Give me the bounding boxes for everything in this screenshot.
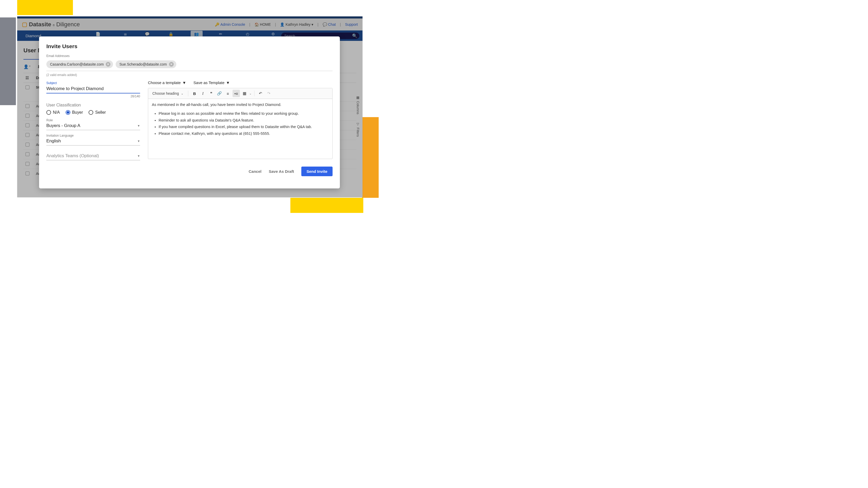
chevron-down-icon: ▼ — [137, 124, 140, 127]
radio-icon — [89, 110, 93, 115]
bullet-item: If you have compiled questions in Excel,… — [159, 124, 329, 130]
chevron-down-icon: ▼ — [137, 139, 140, 142]
bullet-list-button[interactable]: •≡ — [232, 90, 240, 97]
invite-users-modal: Invite Users Email Addresses Casandra.Ca… — [39, 36, 340, 189]
italic-button[interactable]: I — [199, 90, 207, 97]
modal-title: Invite Users — [46, 43, 333, 50]
cancel-button[interactable]: Cancel — [249, 169, 261, 173]
save-as-template-dropdown[interactable]: Save as Template ▼ — [193, 80, 230, 85]
template-controls: Choose a template ▼ Save as Template ▼ — [148, 80, 333, 85]
radio-icon — [66, 110, 70, 115]
bullet-item: Reminder to ask all questions via Datasi… — [159, 118, 329, 123]
decor-yellow-top — [17, 0, 73, 15]
email-chip: Casandra.Carlson@datasite.com✕ — [46, 60, 113, 68]
chevron-down-icon[interactable]: ⌄ — [249, 92, 252, 95]
rich-text-editor: Choose heading ⌄ B I ❝ 🔗 ≡ •≡ ▦ ⌄ ↶ ↷ As… — [148, 88, 333, 159]
editor-body[interactable]: As mentioned in the all-hands call, you … — [148, 99, 332, 159]
subject-counter: 26/140 — [46, 95, 140, 98]
role-field[interactable]: Role Buyers - Group A▼ — [46, 119, 140, 130]
editor-toolbar: Choose heading ⌄ B I ❝ 🔗 ≡ •≡ ▦ ⌄ ↶ ↷ — [148, 88, 332, 99]
send-invite-button[interactable]: Send Invite — [301, 167, 333, 176]
redo-button[interactable]: ↷ — [266, 90, 273, 97]
radio-icon — [46, 110, 51, 115]
subject-input[interactable] — [46, 85, 140, 93]
decor-orange-right — [362, 117, 379, 198]
decor-yellow-bottom — [290, 198, 363, 213]
modal-footer: Cancel Save As Draft Send Invite — [46, 167, 333, 176]
chevron-down-icon: ▼ — [182, 80, 186, 85]
language-label: Invitation Language — [46, 134, 140, 137]
choose-template-dropdown[interactable]: Choose a template ▼ — [148, 80, 186, 85]
chevron-down-icon: ▼ — [226, 80, 230, 85]
remove-chip-icon[interactable]: ✕ — [106, 62, 111, 67]
analytics-field[interactable]: Analytics Teams (Optional)▼ — [46, 152, 140, 160]
bold-button[interactable]: B — [191, 90, 198, 97]
radio-seller[interactable]: Seller — [89, 110, 106, 115]
bullet-item: Please contact me, Kathryn, with any que… — [159, 131, 329, 137]
radio-na[interactable]: N/A — [46, 110, 60, 115]
undo-button[interactable]: ↶ — [257, 90, 264, 97]
email-chip: Sue.Scherado@datasite.com✕ — [116, 60, 176, 68]
heading-select[interactable]: Choose heading ⌄ — [150, 90, 185, 97]
save-as-draft-button[interactable]: Save As Draft — [269, 169, 294, 173]
email-addresses-label: Email Addresses — [46, 54, 333, 58]
chevron-down-icon: ⌄ — [181, 92, 183, 95]
classification-radios: N/ABuyerSeller — [46, 110, 140, 115]
remove-chip-icon[interactable]: ✕ — [169, 62, 174, 67]
analytics-placeholder: Analytics Teams (Optional) — [46, 153, 99, 159]
role-label: Role — [46, 119, 140, 122]
bullet-item: Please log in as soon as possible and re… — [159, 111, 329, 117]
language-value: English — [46, 138, 61, 144]
email-hint: (2 valid emails added) — [46, 73, 333, 77]
chevron-down-icon: ▼ — [137, 154, 140, 158]
decor-gray-left — [0, 18, 16, 105]
link-button[interactable]: 🔗 — [216, 90, 223, 97]
classification-label: User Classification — [46, 103, 140, 107]
radio-buyer[interactable]: Buyer — [66, 110, 83, 115]
language-field[interactable]: Invitation Language English▼ — [46, 134, 140, 145]
quote-button[interactable]: ❝ — [208, 90, 215, 97]
email-chipbar[interactable]: Casandra.Carlson@datasite.com✕Sue.Schera… — [46, 59, 333, 71]
role-value: Buyers - Group A — [46, 123, 80, 128]
table-button[interactable]: ▦ — [241, 90, 248, 97]
subject-label: Subject — [46, 81, 57, 85]
editor-intro: As mentioned in the all-hands call, you … — [152, 102, 329, 108]
numbered-list-button[interactable]: ≡ — [224, 90, 231, 97]
